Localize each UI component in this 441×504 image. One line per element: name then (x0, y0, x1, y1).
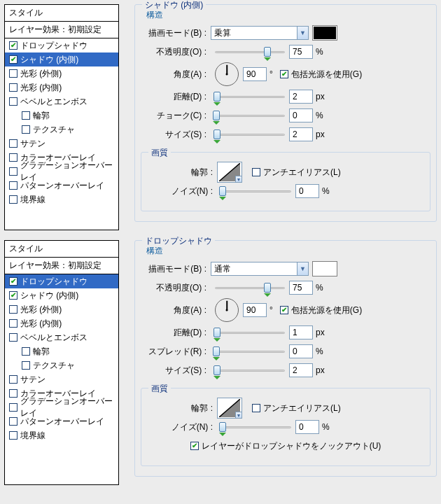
style-checkbox[interactable] (9, 167, 18, 176)
opacity-value[interactable]: 75 (289, 281, 313, 295)
opacity-value[interactable]: 75 (289, 45, 313, 59)
size-value[interactable]: 2 (289, 363, 313, 377)
blend-mode-combo[interactable]: 乗算 ▼ (211, 26, 309, 40)
noise-slider[interactable] (221, 421, 291, 433)
antialias-checkbox[interactable]: アンチエイリアス(L) (252, 402, 341, 414)
style-checkbox[interactable] (9, 153, 18, 162)
style-checkbox[interactable] (9, 195, 18, 204)
opacity-slider[interactable] (215, 281, 285, 294)
style-checkbox[interactable] (9, 97, 18, 106)
style-item[interactable]: グラデーションオーバーレイ (5, 400, 118, 414)
distance-slider[interactable] (215, 90, 285, 103)
style-item[interactable]: ドロップシャドウ (5, 38, 118, 52)
style-checkbox[interactable] (9, 319, 18, 328)
contour-picker[interactable]: ▼ (217, 398, 242, 419)
style-item[interactable]: 光彩 (内側) (5, 316, 118, 330)
styles-header[interactable]: レイヤー効果：初期設定 (5, 258, 118, 274)
style-checkbox[interactable] (9, 333, 18, 342)
style-item[interactable]: テクスチャ (5, 358, 118, 372)
style-checkbox[interactable] (9, 417, 18, 426)
chevron-down-icon: ▼ (297, 262, 308, 275)
style-item[interactable]: サテン (5, 372, 118, 386)
style-checkbox[interactable] (9, 181, 18, 190)
global-light-checkbox[interactable]: 包括光源を使用(G) (280, 304, 362, 316)
chevron-down-icon: ▼ (235, 412, 242, 419)
style-item-label: サテン (20, 138, 46, 150)
style-item[interactable]: 輪郭 (5, 108, 118, 122)
blend-color-swatch[interactable] (313, 262, 337, 276)
style-item[interactable]: シャドウ (内側) (5, 52, 118, 66)
style-checkbox[interactable] (9, 41, 18, 50)
style-item[interactable]: 輪郭 (5, 344, 118, 358)
distance-value[interactable]: 1 (289, 326, 313, 340)
choke-label: チョーク(C) : (144, 110, 211, 122)
noise-label: ノイズ(N) : (150, 421, 217, 433)
style-item-label: 輪郭 (33, 346, 50, 358)
style-item-label: テクスチャ (33, 124, 75, 136)
opacity-label: 不透明度(O) : (144, 46, 211, 58)
angle-dial[interactable] (215, 62, 239, 86)
style-checkbox[interactable] (22, 347, 30, 356)
style-item[interactable]: 光彩 (内側) (5, 80, 118, 94)
style-item[interactable]: パターンオーバーレイ (5, 178, 118, 192)
contour-picker[interactable]: ▼ (217, 162, 242, 183)
knockout-checkbox[interactable]: レイヤーがドロップシャドウをノックアウト(U) (190, 440, 382, 452)
antialias-checkbox[interactable]: アンチエイリアス(L) (252, 167, 341, 178)
global-light-checkbox[interactable]: 包括光源を使用(G) (280, 69, 362, 80)
group-title: ドロップシャドウ (142, 235, 215, 247)
style-checkbox[interactable] (9, 83, 18, 92)
distance-slider[interactable] (215, 326, 285, 339)
style-item-label: 境界線 (20, 194, 46, 206)
noise-slider[interactable] (221, 185, 291, 197)
size-slider[interactable] (215, 364, 285, 377)
style-item[interactable]: シャドウ (内側) (5, 288, 118, 302)
angle-dial[interactable] (215, 298, 239, 322)
angle-value[interactable]: 90 (243, 303, 267, 317)
style-checkbox[interactable] (9, 431, 18, 440)
blend-color-swatch[interactable] (313, 26, 337, 40)
spread-slider[interactable] (215, 345, 285, 358)
style-checkbox[interactable] (9, 277, 18, 286)
style-checkbox[interactable] (9, 55, 18, 64)
style-item[interactable]: パターンオーバーレイ (5, 414, 118, 428)
style-item[interactable]: テクスチャ (5, 122, 118, 136)
opacity-unit: % (316, 47, 323, 57)
style-item[interactable]: グラデーションオーバーレイ (5, 164, 118, 178)
style-checkbox[interactable] (9, 291, 18, 300)
style-checkbox[interactable] (22, 111, 30, 120)
choke-value[interactable]: 0 (289, 108, 313, 122)
spread-value[interactable]: 0 (289, 344, 313, 358)
layer-style-dialog-drop-shadow: スタイル レイヤー効果：初期設定 ドロップシャドウシャドウ (内側)光彩 (外側… (4, 240, 437, 485)
style-checkbox[interactable] (9, 69, 18, 78)
style-checkbox[interactable] (22, 125, 30, 134)
distance-value[interactable]: 2 (289, 90, 313, 104)
style-item[interactable]: 光彩 (外側) (5, 302, 118, 316)
style-item[interactable]: 境界線 (5, 428, 118, 442)
style-item-label: ドロップシャドウ (20, 276, 88, 288)
styles-header[interactable]: レイヤー効果：初期設定 (5, 22, 118, 38)
noise-value[interactable]: 0 (295, 420, 319, 434)
quality-label: 画質 (148, 383, 171, 395)
style-checkbox[interactable] (9, 403, 18, 412)
style-checkbox[interactable] (9, 305, 18, 314)
angle-unit: ° (270, 69, 273, 79)
choke-slider[interactable] (215, 109, 285, 122)
blend-mode-combo[interactable]: 通常 ▼ (211, 262, 309, 276)
style-checkbox[interactable] (9, 389, 18, 398)
style-checkbox[interactable] (22, 361, 30, 370)
noise-value[interactable]: 0 (295, 184, 319, 198)
size-slider[interactable] (215, 128, 285, 141)
angle-value[interactable]: 90 (243, 67, 267, 81)
style-checkbox[interactable] (9, 375, 18, 384)
blend-mode-label: 描画モード(B) : (144, 27, 211, 39)
style-item[interactable]: ドロップシャドウ (5, 274, 118, 288)
style-item[interactable]: 光彩 (外側) (5, 66, 118, 80)
style-item[interactable]: サテン (5, 136, 118, 150)
size-value[interactable]: 2 (289, 127, 313, 141)
opacity-slider[interactable] (215, 46, 285, 58)
style-item[interactable]: ベベルとエンボス (5, 94, 118, 108)
quality-label: 画質 (148, 147, 171, 159)
style-item[interactable]: 境界線 (5, 192, 118, 206)
style-checkbox[interactable] (9, 139, 18, 148)
style-item[interactable]: ベベルとエンボス (5, 330, 118, 344)
